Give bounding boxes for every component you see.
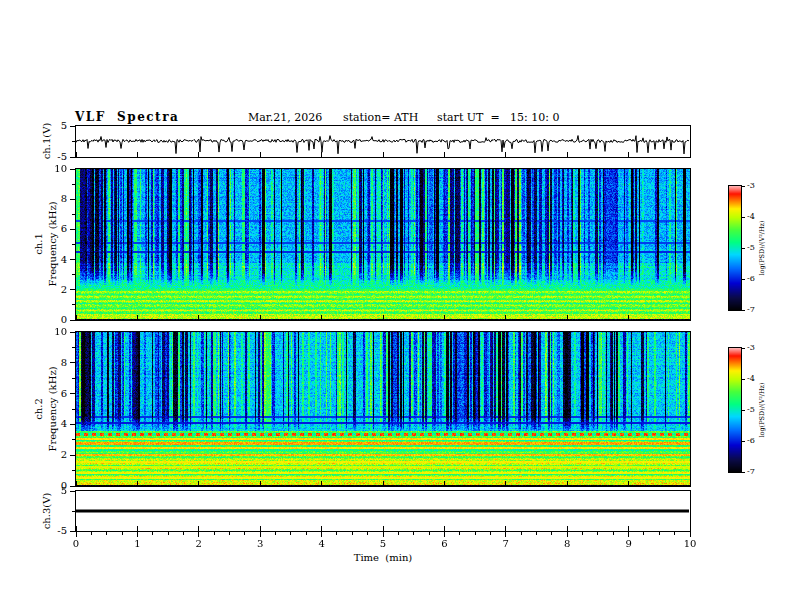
- tick-mark: [628, 152, 629, 157]
- tick-mark: [260, 481, 261, 486]
- tick-mark: [628, 526, 629, 531]
- tick-mark: [72, 439, 75, 440]
- tick-mark: [383, 532, 384, 537]
- y-tick-label: 5: [61, 486, 67, 496]
- colorbar-tick-label: -5: [747, 244, 755, 252]
- tick-mark: [643, 532, 644, 535]
- tick-mark: [742, 379, 745, 380]
- y-tick-label: 0: [61, 315, 67, 325]
- x-tick-label: 9: [625, 539, 631, 549]
- tick-mark: [475, 532, 476, 535]
- tick-mark: [152, 532, 153, 535]
- x-tick-label: 10: [684, 539, 697, 549]
- tick-mark: [742, 348, 745, 349]
- tick-mark: [742, 279, 745, 280]
- tick-mark: [72, 141, 75, 142]
- tick-mark: [183, 532, 184, 535]
- tick-mark: [72, 274, 75, 275]
- tick-mark: [76, 532, 77, 537]
- tick-mark: [91, 532, 92, 535]
- colorbar-tick-label: -3: [747, 344, 755, 352]
- tick-mark: [70, 424, 75, 425]
- tick-mark: [198, 152, 199, 157]
- tick-mark: [198, 481, 199, 486]
- colorbar-2: [728, 347, 742, 473]
- tick-mark: [70, 393, 75, 394]
- y-tick-label: -5: [57, 152, 67, 162]
- tick-mark: [367, 532, 368, 535]
- tick-mark: [70, 332, 75, 333]
- tick-mark: [76, 526, 77, 531]
- y-tick-label: 8: [61, 194, 67, 204]
- tick-mark: [72, 409, 75, 410]
- x-tick-label: 0: [73, 539, 79, 549]
- tick-mark: [76, 152, 77, 157]
- tick-mark: [674, 532, 675, 535]
- tick-mark: [742, 310, 745, 311]
- tick-mark: [444, 526, 445, 531]
- tick-mark: [383, 526, 384, 531]
- tick-mark: [742, 410, 745, 411]
- tick-mark: [260, 526, 261, 531]
- y-tick-label: 4: [61, 255, 67, 265]
- date-label: Mar.21, 2026: [248, 111, 322, 124]
- tick-mark: [742, 248, 745, 249]
- figure-title: VLF Spectra: [75, 110, 179, 124]
- tick-mark: [444, 481, 445, 486]
- tick-mark: [137, 481, 138, 486]
- tick-mark: [260, 315, 261, 320]
- colorbar-tick-label: -3: [747, 182, 755, 190]
- tick-mark: [582, 532, 583, 535]
- tick-mark: [137, 315, 138, 320]
- ch1-frequency-ylabel: Frequency (kHz): [48, 201, 58, 286]
- tick-mark: [70, 169, 75, 170]
- tick-mark: [383, 315, 384, 320]
- tick-mark: [567, 532, 568, 537]
- ch2-frequency-ylabel: Frequency (kHz): [48, 366, 58, 451]
- tick-mark: [76, 315, 77, 320]
- tick-mark: [628, 315, 629, 320]
- tick-mark: [321, 481, 322, 486]
- y-tick-label: -5: [57, 526, 67, 536]
- tick-mark: [290, 532, 291, 535]
- tick-mark: [275, 532, 276, 535]
- tick-mark: [321, 315, 322, 320]
- tick-mark: [72, 378, 75, 379]
- vlf-spectra-figure: VLF Spectra Mar.21, 2026 station= ATH st…: [0, 0, 792, 612]
- ch2-channel-label: ch.2: [34, 398, 44, 420]
- colorbar-2-unit-label: log(PSD)/(V²/Hz): [759, 382, 766, 437]
- tick-mark: [70, 259, 75, 260]
- x-tick-label: 5: [380, 539, 386, 549]
- tick-mark: [214, 532, 215, 535]
- tick-mark: [72, 244, 75, 245]
- x-tick-label: 7: [503, 539, 509, 549]
- tick-mark: [137, 532, 138, 537]
- station-label: station= ATH: [343, 111, 418, 124]
- ch1-channel-label: ch.1: [34, 233, 44, 255]
- tick-mark: [628, 532, 629, 537]
- tick-mark: [72, 214, 75, 215]
- colorbar-1-canvas: [729, 186, 741, 310]
- colorbar-tick-label: -6: [747, 275, 755, 283]
- y-tick-label: 10: [54, 164, 67, 174]
- tick-mark: [444, 315, 445, 320]
- colorbar-tick-label: -4: [747, 213, 755, 221]
- colorbar-tick-label: -7: [747, 306, 755, 314]
- tick-mark: [567, 315, 568, 320]
- tick-mark: [72, 470, 75, 471]
- tick-mark: [70, 531, 75, 532]
- tick-mark: [260, 152, 261, 157]
- y-tick-label: 10: [54, 327, 67, 337]
- tick-mark: [690, 532, 691, 537]
- tick-mark: [70, 362, 75, 363]
- tick-mark: [567, 526, 568, 531]
- colorbar-tick-label: -6: [747, 437, 755, 445]
- tick-mark: [72, 511, 75, 512]
- tick-mark: [321, 152, 322, 157]
- tick-mark: [383, 152, 384, 157]
- colorbar-2-canvas: [729, 348, 741, 472]
- tick-mark: [198, 526, 199, 531]
- tick-mark: [742, 472, 745, 473]
- ch2-spectrogram-canvas: [76, 332, 690, 486]
- colorbar-1: [728, 185, 742, 311]
